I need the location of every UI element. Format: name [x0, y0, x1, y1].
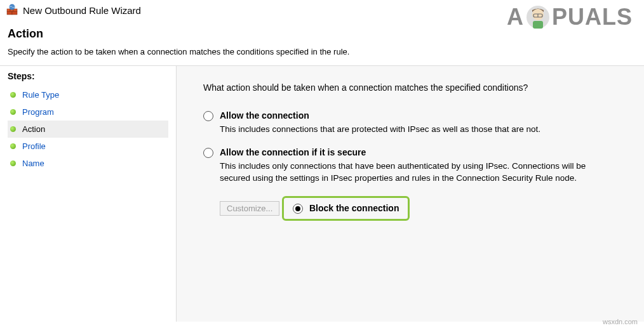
watermark-text-after: PUALS: [552, 4, 633, 30]
steps-heading: Steps:: [8, 71, 168, 81]
attribution-text: wsxdn.com: [603, 318, 638, 325]
option-allow-secure[interactable]: Allow the connection if it is secure: [203, 147, 633, 158]
mascot-icon: [525, 4, 551, 30]
radio-label: Allow the connection: [220, 110, 309, 121]
step-label: Program: [22, 107, 54, 117]
customize-button: Customize...: [220, 201, 279, 216]
radio-icon: [293, 204, 303, 214]
svg-rect-3: [13, 9, 17, 11]
main-panel: What action should be taken when a conne…: [177, 66, 644, 322]
wizard-body: Steps: Rule Type Program Action Profile …: [0, 66, 644, 322]
radio-icon: [203, 148, 213, 158]
step-program[interactable]: Program: [8, 103, 168, 121]
bullet-icon: [10, 109, 16, 115]
step-label: Name: [22, 159, 44, 168]
radio-label: Block the connection: [309, 203, 399, 213]
step-name[interactable]: Name: [8, 155, 168, 172]
page-subtitle: Specify the action to be taken when a co…: [8, 47, 636, 56]
appuals-watermark: A PUALS: [507, 4, 633, 30]
svg-rect-12: [533, 21, 543, 29]
svg-rect-1: [7, 9, 10, 11]
step-action[interactable]: Action: [8, 121, 168, 138]
steps-sidebar: Steps: Rule Type Program Action Profile …: [0, 66, 177, 322]
bullet-icon: [10, 92, 16, 98]
window-title: New Outbound Rule Wizard: [23, 5, 141, 16]
option-block-highlight: Block the connection: [282, 196, 410, 221]
bullet-icon: [10, 161, 16, 166]
watermark-text-before: A: [507, 4, 524, 30]
firewall-icon: [6, 4, 18, 17]
radio-icon: [203, 111, 213, 121]
option-allow-secure-desc: This includes only connections that have…: [220, 161, 588, 185]
option-allow-desc: This includes connections that are prote…: [220, 124, 588, 136]
option-allow-connection[interactable]: Allow the connection: [203, 110, 633, 121]
step-profile[interactable]: Profile: [8, 138, 168, 155]
bullet-icon: [10, 126, 16, 132]
action-prompt: What action should be taken when a conne…: [203, 82, 633, 93]
radio-label: Allow the connection if it is secure: [220, 147, 366, 157]
bullet-icon: [10, 143, 16, 149]
steps-list: Rule Type Program Action Profile Name: [8, 86, 168, 172]
option-block-connection[interactable]: Block the connection: [293, 203, 399, 214]
step-label: Action: [22, 124, 45, 134]
svg-rect-5: [12, 11, 17, 15]
step-label: Rule Type: [22, 90, 59, 100]
step-rule-type[interactable]: Rule Type: [8, 86, 168, 103]
step-label: Profile: [22, 141, 46, 151]
svg-rect-4: [7, 11, 12, 15]
